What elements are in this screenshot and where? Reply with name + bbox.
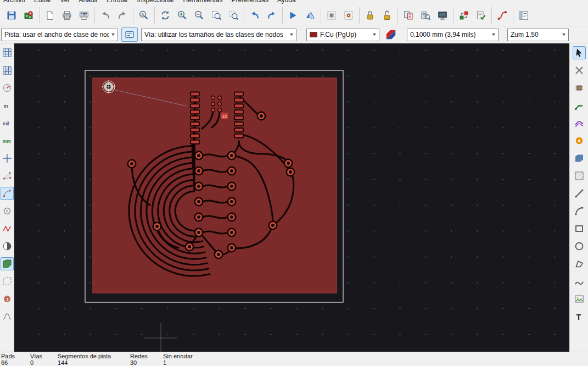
layer-combo[interactable]: F.Cu (PgUp) — [306, 29, 379, 41]
drc-button[interactable] — [473, 8, 489, 23]
units-mm-button[interactable]: mm — [1, 134, 14, 147]
add-text-icon: T — [574, 311, 585, 322]
unlock-button[interactable] — [379, 8, 395, 23]
menu-item[interactable]: Herramientas — [183, 0, 222, 4]
add-image-button[interactable] — [573, 292, 586, 306]
via-size-combo[interactable]: Vía: utilizar los tamaños de las clases … — [141, 29, 296, 41]
draw-polygon-button[interactable] — [573, 257, 586, 270]
page-settings-button[interactable] — [42, 8, 58, 23]
units-inch-button[interactable]: in — [1, 99, 14, 112]
menu-item[interactable]: Archivo — [3, 0, 25, 4]
drc-icon — [475, 10, 486, 21]
status-nets-value: 30 — [130, 359, 163, 366]
pad-numbers-button[interactable]: 1 — [1, 292, 14, 306]
zone-display-filled-icon — [2, 258, 13, 269]
add-rule-area-button[interactable] — [573, 169, 586, 182]
print-button[interactable] — [59, 8, 75, 23]
update-pcb-button[interactable] — [456, 8, 472, 23]
forward-button[interactable] — [264, 8, 279, 23]
svg-text:mm: mm — [2, 138, 11, 144]
board-setup-icon — [23, 10, 34, 21]
highlight-net-button[interactable] — [573, 64, 586, 77]
zoom-in-button[interactable] — [175, 8, 190, 23]
add-filled-zone-button[interactable] — [573, 152, 586, 165]
polar-coords-button[interactable] — [1, 81, 14, 95]
ratsnest-visibility-button[interactable] — [1, 169, 14, 182]
chevron-down-icon — [492, 34, 495, 36]
mirror-view-button[interactable] — [303, 8, 318, 23]
redo-button[interactable] — [115, 8, 130, 23]
refresh-button[interactable] — [158, 8, 173, 23]
netlist-button[interactable] — [401, 8, 416, 23]
units-mil-button[interactable]: mil — [1, 117, 14, 130]
interactive-router-button[interactable] — [495, 8, 510, 23]
draw-arc-button[interactable] — [573, 204, 586, 218]
draw-rectangle-button[interactable] — [573, 222, 586, 235]
status-track-segments-value: 144 — [58, 359, 130, 366]
grid-axes-button[interactable] — [1, 64, 14, 77]
draw-bezier-button[interactable] — [573, 275, 586, 288]
add-text-button[interactable]: T — [573, 310, 586, 323]
pad-mode-button[interactable] — [341, 8, 356, 23]
menu-item[interactable]: Ayuda — [277, 0, 296, 4]
zoom-out-button[interactable] — [192, 8, 207, 23]
zone-display-outline-icon — [2, 276, 13, 287]
microwave-tools-icon — [2, 311, 13, 322]
curved-ratsnest-button[interactable] — [1, 187, 14, 200]
grid-combo[interactable]: 0,1000 mm (3,94 mils) — [407, 29, 499, 41]
zoom-page-button[interactable] — [209, 8, 224, 23]
draw-line-button[interactable] — [573, 187, 586, 200]
cursor-crosshair-button[interactable] — [1, 152, 14, 165]
board-setup-button[interactable] — [21, 8, 36, 23]
back-button[interactable] — [247, 8, 262, 23]
layer-manager-button[interactable] — [435, 8, 450, 23]
zone-display-outline-button[interactable] — [1, 275, 14, 288]
menu-item[interactable]: Añadir — [79, 0, 98, 4]
zone-display-filled-button[interactable] — [1, 257, 14, 270]
footprint-mode-button[interactable] — [324, 8, 339, 23]
menu-item[interactable]: Preferencias — [232, 0, 268, 4]
undo-button[interactable] — [98, 8, 113, 23]
toolbar-group: A — [133, 7, 155, 24]
status-nets: Redes 30 — [130, 353, 163, 365]
draw-bezier-icon — [574, 276, 585, 287]
select-tool-button[interactable] — [573, 46, 586, 59]
find-button[interactable]: A — [136, 8, 152, 23]
layer-pair-button[interactable] — [383, 27, 399, 42]
units-mil-icon: mil — [2, 118, 13, 129]
menu-item[interactable]: Inspeccionar — [137, 0, 174, 4]
status-pads-value: 66 — [1, 359, 30, 366]
panel-button[interactable] — [516, 8, 531, 23]
microwave-tools-button[interactable] — [1, 310, 14, 323]
grid-visibility-button[interactable] — [1, 46, 14, 59]
draw-line-icon — [574, 188, 585, 199]
track-width-combo[interactable]: Pista: usar el ancho de clase de nodo — [1, 29, 118, 41]
menu-item[interactable]: Enrutar — [107, 0, 128, 4]
draw-circle-button[interactable] — [573, 240, 586, 253]
add-via-button[interactable] — [573, 134, 586, 147]
grid-axes-icon — [2, 65, 13, 76]
toolbar-group — [95, 7, 133, 24]
menu-item[interactable]: Ver — [60, 0, 70, 4]
zoom-combo[interactable]: Zum 1,50 — [507, 29, 569, 41]
high-contrast-button[interactable] — [1, 240, 14, 253]
sketch-tracks-button[interactable] — [1, 222, 14, 235]
sketch-pads-button[interactable] — [1, 204, 14, 218]
update-pcb-icon — [458, 10, 469, 21]
library-browser-button[interactable] — [418, 8, 433, 23]
menu-item[interactable]: Editar — [34, 0, 51, 4]
redo-icon — [117, 10, 128, 21]
grid-value: 0,1000 mm (3,94 mils) — [410, 31, 475, 38]
svg-text:mil: mil — [3, 121, 9, 126]
units-inch-icon: in — [2, 100, 13, 111]
route-tracks-button[interactable] — [573, 99, 586, 112]
lock-button[interactable] — [362, 8, 378, 23]
pcb-canvas[interactable]: 23 — [14, 43, 569, 352]
zoom-selection-button[interactable] — [226, 8, 241, 23]
route-diff-pairs-button[interactable] — [573, 117, 586, 130]
flip-view-button[interactable] — [285, 8, 301, 23]
add-footprint-button[interactable] — [573, 81, 586, 95]
netclass-toggle-button[interactable] — [121, 27, 138, 42]
save-button[interactable] — [4, 8, 19, 23]
plot-button[interactable] — [76, 8, 92, 23]
